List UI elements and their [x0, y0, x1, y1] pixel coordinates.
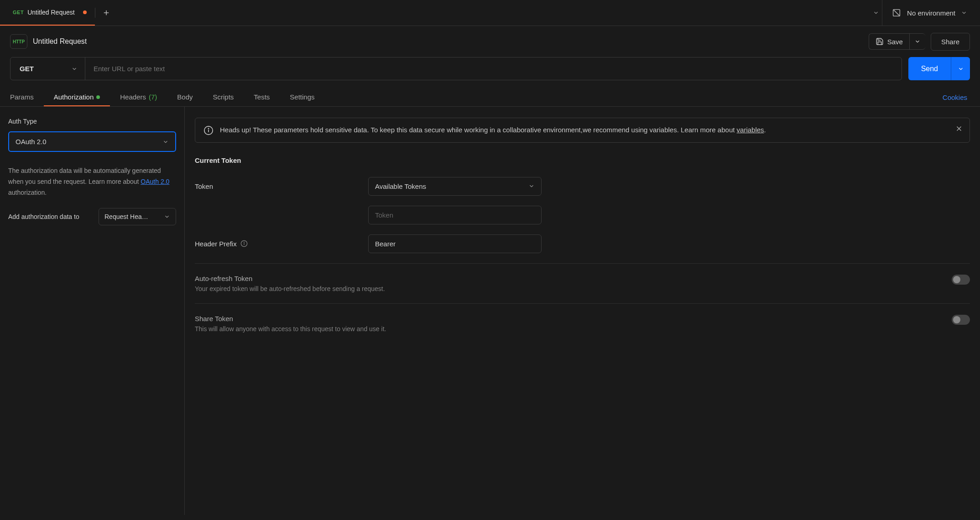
- svg-line-3: [894, 10, 900, 16]
- url-input[interactable]: [85, 57, 902, 80]
- share-token-toggle[interactable]: [952, 315, 970, 325]
- environment-label: No environment: [907, 9, 955, 17]
- auth-sidebar: Auth Type OAuth 2.0 The authorization da…: [0, 107, 185, 515]
- tab-authorization-label: Authorization: [54, 93, 94, 101]
- send-button[interactable]: Send: [908, 57, 951, 80]
- new-tab-button[interactable]: [95, 9, 117, 17]
- request-title[interactable]: Untitled Request: [33, 37, 87, 46]
- method-select[interactable]: GET: [10, 57, 85, 80]
- chevron-down-icon: [164, 213, 170, 220]
- chevron-down-icon: [958, 66, 964, 72]
- tab-overflow-button[interactable]: [870, 7, 882, 19]
- tab-scripts[interactable]: Scripts: [203, 88, 244, 106]
- chevron-down-icon: [71, 66, 78, 72]
- auto-refresh-title: Auto-refresh Token: [195, 275, 385, 282]
- svg-point-6: [208, 128, 209, 129]
- headers-count: (7): [149, 93, 157, 101]
- close-icon: [955, 125, 963, 133]
- environment-selector[interactable]: No environment: [882, 8, 980, 18]
- tab-method-badge: GET: [13, 10, 24, 15]
- token-input[interactable]: [368, 206, 542, 224]
- header-prefix-input[interactable]: [368, 234, 542, 253]
- unsaved-indicator-icon: [83, 10, 87, 14]
- chevron-down-icon: [162, 139, 169, 145]
- available-tokens-select[interactable]: Available Tokens: [368, 177, 542, 196]
- header-prefix-label: Header Prefix: [195, 240, 237, 248]
- info-icon[interactable]: [240, 240, 248, 247]
- request-tabs: Params Authorization Headers (7) Body Sc…: [0, 88, 980, 107]
- sensitive-data-notice: Heads up! These parameters hold sensitiv…: [195, 118, 970, 143]
- plus-icon: [102, 9, 110, 17]
- method-value: GET: [20, 65, 34, 73]
- available-tokens-value: Available Tokens: [375, 182, 426, 190]
- cookies-link[interactable]: Cookies: [943, 94, 970, 101]
- share-button[interactable]: Share: [931, 33, 970, 51]
- variables-doc-link[interactable]: variables: [737, 126, 764, 134]
- share-token-desc: This will allow anyone with access to th…: [195, 325, 386, 333]
- add-auth-data-select[interactable]: Request Hea…: [99, 208, 176, 225]
- tab-headers[interactable]: Headers (7): [110, 88, 167, 106]
- chevron-down-icon: [961, 10, 967, 16]
- notice-close-button[interactable]: [955, 125, 963, 133]
- save-options-button[interactable]: [909, 33, 925, 50]
- tab-title: Untitled Request: [27, 9, 75, 16]
- token-label: Token: [195, 182, 368, 190]
- tab-params[interactable]: Params: [10, 88, 44, 106]
- send-options-button[interactable]: [951, 57, 970, 80]
- tab-tests[interactable]: Tests: [244, 88, 280, 106]
- request-header: HTTP Untitled Request Save Share: [0, 26, 980, 57]
- save-label: Save: [887, 38, 903, 46]
- tab-authorization[interactable]: Authorization: [44, 88, 110, 106]
- chevron-down-icon: [914, 38, 921, 45]
- auth-type-label: Auth Type: [8, 118, 176, 125]
- oauth-doc-link[interactable]: OAuth 2.0: [141, 178, 169, 185]
- save-icon: [876, 37, 884, 46]
- auth-type-select[interactable]: OAuth 2.0: [8, 131, 176, 152]
- auth-help-text: The authorization data will be automatic…: [8, 166, 176, 198]
- url-bar: GET Send: [0, 57, 980, 80]
- current-token-heading: Current Token: [195, 156, 970, 164]
- content-area: Auth Type OAuth 2.0 The authorization da…: [0, 107, 980, 515]
- auth-type-value: OAuth 2.0: [16, 138, 47, 146]
- info-icon: [203, 125, 214, 135]
- tab-body[interactable]: Body: [167, 88, 203, 106]
- add-auth-data-value: Request Hea…: [104, 213, 148, 220]
- http-icon: HTTP: [10, 34, 27, 49]
- tab-bar: GET Untitled Request No environment: [0, 0, 980, 26]
- request-tab[interactable]: GET Untitled Request: [0, 0, 95, 26]
- chevron-down-icon: [528, 183, 535, 189]
- tab-settings[interactable]: Settings: [280, 88, 324, 106]
- chevron-down-icon: [873, 10, 879, 16]
- add-auth-data-label: Add authorization data to: [8, 212, 92, 222]
- auto-refresh-toggle[interactable]: [952, 275, 970, 285]
- save-button[interactable]: Save: [869, 33, 909, 50]
- auto-refresh-desc: Your expired token will be auto-refreshe…: [195, 285, 385, 292]
- share-token-title: Share Token: [195, 315, 386, 322]
- share-label: Share: [941, 38, 959, 46]
- tab-headers-label: Headers: [120, 93, 146, 101]
- notice-text: Heads up! These parameters hold sensitiv…: [220, 125, 766, 136]
- svg-point-11: [244, 242, 244, 243]
- no-environment-icon: [891, 8, 902, 18]
- auth-config-panel: Heads up! These parameters hold sensitiv…: [185, 107, 980, 515]
- status-dot-icon: [96, 95, 100, 99]
